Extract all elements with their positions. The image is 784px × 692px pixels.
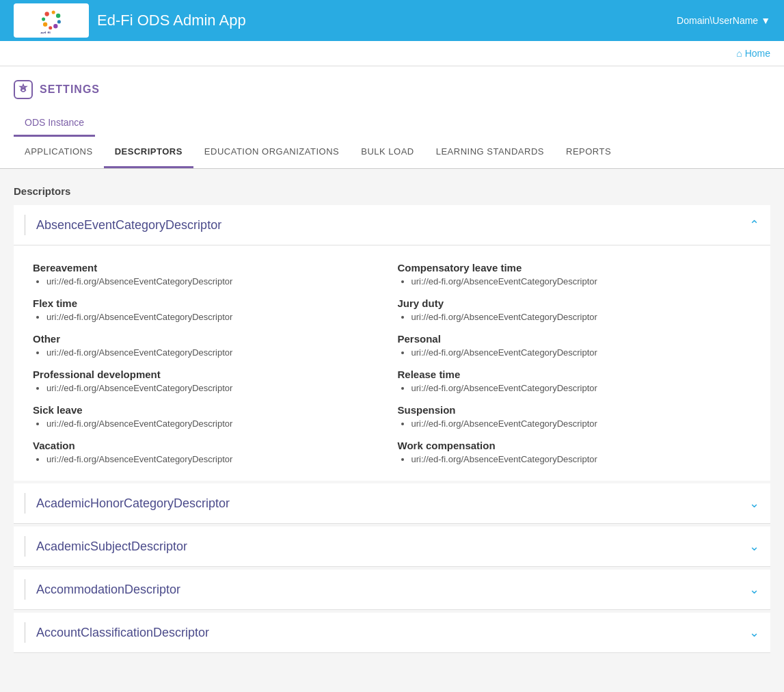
descriptor-item: Jury duty uri://ed-fi.org/AbsenceEventCa…	[392, 292, 757, 328]
descriptors-container: AbsenceEventCategoryDescriptor ⌃ Bereave…	[14, 205, 770, 653]
chevron-up-icon: ⌃	[749, 217, 759, 232]
descriptor-header[interactable]: AccountClassificationDescriptor ⌄	[14, 613, 770, 653]
descriptor-divider	[25, 579, 25, 600]
user-menu[interactable]: Domain\UserName ▼	[677, 15, 770, 26]
tab-descriptors[interactable]: DESCRIPTORS	[104, 137, 193, 168]
logo-box: ed-fi	[14, 3, 89, 38]
user-chevron-icon: ▼	[761, 15, 770, 26]
svg-text:ed-fi: ed-fi	[40, 31, 51, 34]
descriptor-item: Suspension uri://ed-fi.org/AbsenceEventC…	[392, 399, 757, 434]
app-title: Ed-Fi ODS Admin App	[97, 12, 246, 29]
descriptors-heading: Descriptors	[14, 185, 770, 197]
logo-area: ed-fi Ed-Fi ODS Admin App	[14, 3, 246, 38]
descriptor-item-uri: uri://ed-fi.org/AbsenceEventCategoryDesc…	[46, 312, 381, 322]
svg-point-1	[52, 10, 55, 14]
descriptor-header-left: AccountClassificationDescriptor	[25, 622, 209, 643]
settings-section: SETTINGS ODS Instance	[0, 66, 784, 137]
descriptor-header[interactable]: AccommodationDescriptor ⌄	[14, 570, 770, 610]
svg-point-2	[56, 14, 60, 18]
descriptor-block: AcademicHonorCategoryDescriptor ⌄	[14, 483, 770, 524]
descriptor-item-title: Personal	[398, 333, 746, 345]
descriptor-block: AccountClassificationDescriptor ⌄	[14, 613, 770, 653]
chevron-down-icon: ⌄	[749, 582, 759, 597]
breadcrumb-bar: ⌂ Home	[0, 41, 784, 66]
descriptor-item-title: Vacation	[33, 440, 381, 451]
descriptor-title: AcademicHonorCategoryDescriptor	[36, 496, 230, 511]
descriptor-content: Bereavement uri://ed-fi.org/AbsenceEvent…	[14, 245, 770, 481]
descriptor-header-left: AbsenceEventCategoryDescriptor	[25, 215, 221, 235]
ods-instance-tab[interactable]: ODS Instance	[14, 110, 95, 137]
descriptor-item-title: Work compensation	[398, 440, 746, 451]
descriptor-block: AcademicSubjectDescriptor ⌄	[14, 527, 770, 567]
descriptor-header[interactable]: AcademicHonorCategoryDescriptor ⌄	[14, 483, 770, 524]
tab-descriptors-label: DESCRIPTORS	[115, 146, 183, 157]
descriptor-item: Sick leave uri://ed-fi.org/AbsenceEventC…	[27, 399, 392, 434]
descriptor-item: Work compensation uri://ed-fi.org/Absenc…	[392, 434, 757, 470]
app-header: ed-fi Ed-Fi ODS Admin App Domain\UserNam…	[0, 0, 784, 41]
home-link[interactable]: ⌂ Home	[736, 48, 770, 59]
svg-point-7	[42, 18, 45, 21]
descriptor-item-uri: uri://ed-fi.org/AbsenceEventCategoryDesc…	[411, 276, 746, 287]
descriptor-item-uri: uri://ed-fi.org/AbsenceEventCategoryDesc…	[411, 454, 746, 464]
tab-education-organizations[interactable]: EDUCATION ORGANIZATIONS	[193, 137, 350, 168]
descriptor-item-title: Suspension	[398, 404, 746, 416]
descriptor-item-title: Professional development	[33, 369, 381, 380]
descriptor-divider	[25, 493, 25, 514]
descriptor-divider	[25, 622, 25, 643]
svg-point-0	[45, 12, 49, 16]
descriptor-item-uri: uri://ed-fi.org/AbsenceEventCategoryDesc…	[46, 383, 381, 393]
descriptor-item-uri: uri://ed-fi.org/AbsenceEventCategoryDesc…	[46, 454, 381, 464]
descriptor-item: Personal uri://ed-fi.org/AbsenceEventCat…	[392, 328, 757, 363]
descriptor-item-title: Jury duty	[398, 297, 746, 309]
descriptor-item-title: Bereavement	[33, 262, 381, 274]
descriptor-header-left: AccommodationDescriptor	[25, 579, 180, 600]
descriptor-divider	[25, 215, 25, 235]
descriptor-item-title: Other	[33, 333, 381, 345]
descriptor-item: Compensatory leave time uri://ed-fi.org/…	[392, 256, 757, 292]
edfi-logo-svg: ed-fi	[38, 8, 64, 34]
descriptor-title: AccommodationDescriptor	[36, 583, 180, 597]
descriptor-divider	[25, 536, 25, 557]
tab-reports-label: REPORTS	[566, 146, 611, 157]
descriptor-title: AbsenceEventCategoryDescriptor	[36, 218, 221, 232]
descriptor-title: AcademicSubjectDescriptor	[36, 540, 187, 554]
descriptor-item: Flex time uri://ed-fi.org/AbsenceEventCa…	[27, 292, 392, 328]
settings-label: SETTINGS	[40, 83, 100, 96]
home-icon: ⌂	[736, 48, 742, 59]
descriptor-item-uri: uri://ed-fi.org/AbsenceEventCategoryDesc…	[411, 418, 746, 429]
tab-applications[interactable]: APPLICATIONS	[14, 137, 104, 168]
descriptor-item: Professional development uri://ed-fi.org…	[27, 363, 392, 399]
tab-reports[interactable]: REPORTS	[555, 137, 622, 168]
svg-point-6	[43, 23, 47, 27]
descriptor-block: AbsenceEventCategoryDescriptor ⌃ Bereave…	[14, 205, 770, 481]
descriptor-item-title: Compensatory leave time	[398, 262, 746, 274]
descriptor-item-title: Flex time	[33, 297, 381, 309]
tab-learning-standards-label: LEARNING STANDARDS	[436, 146, 544, 157]
descriptor-title: AccountClassificationDescriptor	[36, 626, 209, 640]
descriptor-item-uri: uri://ed-fi.org/AbsenceEventCategoryDesc…	[46, 347, 381, 358]
chevron-down-icon: ⌄	[749, 625, 759, 640]
descriptor-header[interactable]: AbsenceEventCategoryDescriptor ⌃	[14, 205, 770, 245]
tab-education-organizations-label: EDUCATION ORGANIZATIONS	[204, 146, 339, 157]
descriptor-header[interactable]: AcademicSubjectDescriptor ⌄	[14, 527, 770, 567]
descriptor-item-title: Sick leave	[33, 404, 381, 416]
descriptor-item-uri: uri://ed-fi.org/AbsenceEventCategoryDesc…	[46, 418, 381, 429]
descriptor-block: AccommodationDescriptor ⌄	[14, 570, 770, 610]
svg-point-4	[53, 24, 57, 28]
descriptor-item: Other uri://ed-fi.org/AbsenceEventCatego…	[27, 328, 392, 363]
svg-point-5	[49, 26, 52, 29]
chevron-down-icon: ⌄	[749, 496, 759, 511]
settings-icon	[14, 80, 33, 99]
home-label: Home	[745, 48, 770, 59]
tab-learning-standards[interactable]: LEARNING STANDARDS	[425, 137, 555, 168]
svg-point-3	[57, 20, 61, 23]
descriptor-item-uri: uri://ed-fi.org/AbsenceEventCategoryDesc…	[411, 312, 746, 322]
descriptor-header-left: AcademicHonorCategoryDescriptor	[25, 493, 230, 514]
descriptor-header-left: AcademicSubjectDescriptor	[25, 536, 187, 557]
settings-title: SETTINGS	[14, 80, 770, 99]
descriptor-item-uri: uri://ed-fi.org/AbsenceEventCategoryDesc…	[411, 347, 746, 358]
ods-instance-tab-label: ODS Instance	[25, 117, 84, 128]
tab-bulk-load[interactable]: BULK LOAD	[350, 137, 424, 168]
descriptor-item: Bereavement uri://ed-fi.org/AbsenceEvent…	[27, 256, 392, 292]
chevron-down-icon: ⌄	[749, 539, 759, 554]
